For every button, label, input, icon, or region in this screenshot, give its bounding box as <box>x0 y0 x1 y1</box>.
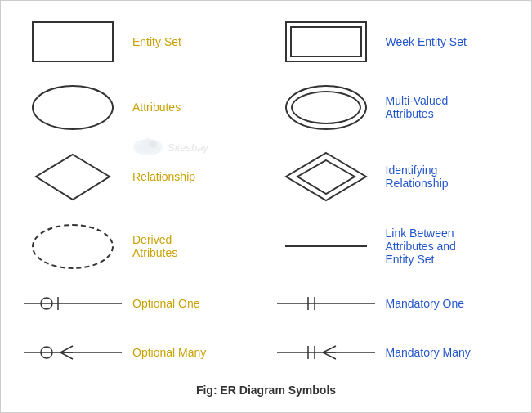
svg-line-11 <box>60 346 73 352</box>
relationship-cell: Relationship <box>13 140 266 213</box>
entity-set-label: Entity Set <box>126 35 260 48</box>
ellipse <box>32 85 114 130</box>
mandatory-one-svg <box>277 289 375 318</box>
weak-entity-symbol <box>273 21 379 62</box>
identifying-rel-label: IdentifyingRelationship <box>379 164 513 190</box>
weak-entity-rect <box>285 21 367 62</box>
link-between-symbol <box>273 245 379 247</box>
dashed-ellipse <box>32 224 114 269</box>
symbols-grid: Entity Set Week Entity Set Attributes Mu… <box>13 9 519 377</box>
identifying-rel-cell: IdentifyingRelationship <box>266 140 520 213</box>
link-between-cell: Link BetweenAttributes andEntity Set <box>266 213 520 279</box>
weak-entity-label: Week Entity Set <box>379 35 513 48</box>
attributes-symbol <box>20 85 126 130</box>
mandatory-one-label: Mandatory One <box>379 297 513 310</box>
attributes-label: Attributes <box>126 101 260 114</box>
derived-attr-label: DerivedAtributes <box>126 233 260 259</box>
entity-set-cell: Entity Set <box>13 9 266 74</box>
diamond-container <box>28 150 118 204</box>
optional-one-svg <box>24 289 122 318</box>
svg-line-17 <box>323 346 336 352</box>
optional-many-symbol <box>20 336 126 369</box>
mandatory-one-symbol <box>273 287 379 320</box>
link-line <box>285 245 367 247</box>
derived-attr-cell: DerivedAtributes <box>13 213 266 279</box>
optional-many-svg <box>24 338 122 367</box>
identifying-rel-symbol <box>273 148 379 205</box>
optional-one-symbol <box>20 287 126 320</box>
entity-rect <box>32 21 114 62</box>
relationship-symbol <box>20 150 126 204</box>
mandatory-many-svg <box>277 338 375 367</box>
attributes-cell: Attributes <box>13 74 266 140</box>
main-content: Entity Set Week Entity Set Attributes Mu… <box>1 1 531 405</box>
svg-marker-0 <box>36 155 110 200</box>
diamond-svg <box>32 150 114 204</box>
svg-line-13 <box>60 352 73 359</box>
multi-valued-symbol <box>273 85 379 130</box>
mandatory-one-cell: Mandatory One <box>266 279 520 328</box>
multi-valued-label: Multi-ValuedAttributes <box>379 94 513 120</box>
optional-one-label: Optional One <box>126 297 260 310</box>
double-diamond-svg <box>281 148 371 205</box>
double-diamond-container <box>281 148 371 205</box>
multi-valued-cell: Multi-ValuedAttributes <box>266 74 520 140</box>
optional-many-cell: Optional Many <box>13 328 266 377</box>
derived-attr-symbol <box>20 224 126 269</box>
entity-set-symbol <box>20 21 126 62</box>
optional-many-label: Optional Many <box>126 346 260 359</box>
svg-line-19 <box>323 352 336 359</box>
mandatory-many-symbol <box>273 336 379 369</box>
link-between-label: Link BetweenAttributes andEntity Set <box>379 227 513 266</box>
mandatory-many-cell: Mandatory Many <box>266 328 520 377</box>
fig-caption: Fig: ER Diagram Symbols <box>13 384 519 397</box>
multi-ellipse <box>285 85 367 130</box>
weak-entity-set-cell: Week Entity Set <box>266 9 520 74</box>
optional-one-cell: Optional One <box>13 279 266 328</box>
mandatory-many-label: Mandatory Many <box>379 346 513 359</box>
relationship-label: Relationship <box>126 170 260 183</box>
